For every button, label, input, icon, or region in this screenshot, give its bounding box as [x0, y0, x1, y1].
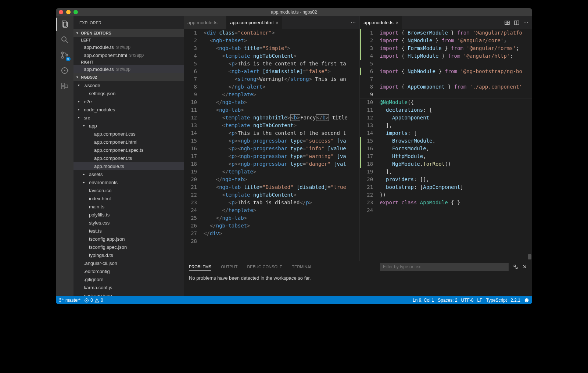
more-icon[interactable]: ⋯ — [523, 20, 528, 26]
chevron-down-icon: ▾ — [78, 116, 82, 119]
tree-file[interactable]: favicon.ico — [74, 186, 184, 194]
close-icon[interactable]: × — [276, 20, 279, 25]
svg-point-6 — [66, 54, 68, 56]
editor-tab[interactable]: app.module.ts× — [360, 16, 402, 29]
status-lang[interactable]: TypeScript — [486, 298, 507, 303]
panel-message: No problems have been detected in the wo… — [184, 272, 532, 284]
tree-folder[interactable]: ▾.vscode — [74, 81, 184, 89]
panel-tab[interactable]: OUTPUT — [221, 265, 237, 269]
more-icon[interactable]: ⋯ — [351, 20, 356, 26]
tree-folder[interactable]: ▸node_modules — [74, 105, 184, 114]
compare-icon[interactable] — [504, 20, 510, 26]
tree-folder[interactable]: ▸assets — [74, 170, 184, 178]
editor-tab[interactable]: app.module.ts× — [184, 16, 226, 29]
vscode-window: app.module.ts - ngbs02 5 EXPLORER — [56, 8, 532, 304]
status-encoding[interactable]: UTF-8 — [461, 298, 474, 303]
tree-label: karma.conf.js — [84, 285, 112, 290]
open-editor-item[interactable]: app.component.html src/app — [74, 51, 184, 59]
panel-close-icon[interactable]: ✕ — [523, 264, 527, 270]
status-feedback-icon[interactable] — [524, 298, 529, 303]
panel-maximize-icon[interactable] — [513, 264, 518, 269]
editor-tab[interactable]: app.component.html× — [226, 16, 282, 29]
svg-point-5 — [62, 57, 64, 58]
tree-label: polyfills.ts — [89, 212, 110, 218]
open-editor-item[interactable]: app.module.ts src/app — [74, 43, 184, 51]
tree-label: tsconfig.spec.json — [89, 244, 127, 250]
tree-file[interactable]: .gitignore — [74, 275, 184, 283]
status-lncol[interactable]: Ln 9, Col 1 — [413, 298, 434, 303]
bottom-panel: PROBLEMSOUTPUTDEBUG CONSOLETERMINAL ✕ No… — [184, 261, 532, 296]
file-label: app.component.html — [84, 53, 127, 58]
tree-label: app — [89, 123, 97, 129]
tree-label: settings.json — [89, 91, 115, 96]
tree-file[interactable]: tsconfig.app.json — [74, 235, 184, 243]
tree-label: .vscode — [84, 83, 100, 88]
file-path: src/app — [129, 53, 144, 58]
chevron-down-icon: ▾ — [75, 31, 79, 35]
tree-file[interactable]: app.component.html — [74, 138, 184, 146]
warnings-count: 0 — [101, 298, 103, 303]
panel-tab[interactable]: DEBUG CONSOLE — [247, 265, 282, 269]
tree-label: app.component.html — [94, 139, 137, 145]
chevron-down-icon: ▾ — [78, 83, 82, 87]
tree-folder[interactable]: ▸environments — [74, 178, 184, 186]
activity-bar: 5 — [56, 16, 74, 296]
status-spaces[interactable]: Spaces: 2 — [438, 298, 457, 303]
status-problems[interactable]: 0 0 — [84, 298, 103, 303]
chevron-down-icon: ▾ — [83, 124, 87, 128]
tree-file[interactable]: polyfills.ts — [74, 211, 184, 219]
horizontal-scrollbar[interactable] — [528, 254, 531, 259]
panel-tab[interactable]: PROBLEMS — [189, 265, 211, 271]
workspace-header[interactable]: ▾ NGBS02 — [74, 73, 184, 81]
tree-file[interactable]: tsconfig.spec.json — [74, 243, 184, 251]
tree-file[interactable]: app.module.ts — [74, 162, 184, 170]
explorer-icon[interactable] — [60, 19, 70, 29]
branch-label: master* — [65, 298, 80, 303]
tree-file[interactable]: .editorconfig — [74, 267, 184, 275]
source-control-icon[interactable]: 5 — [60, 50, 70, 60]
close-icon[interactable]: × — [396, 20, 399, 25]
tree-label: node_modules — [84, 107, 115, 112]
chevron-down-icon: ▾ — [75, 75, 79, 79]
status-branch[interactable]: master* — [59, 298, 80, 303]
search-icon[interactable] — [60, 35, 70, 45]
tree-file[interactable]: app.component.spec.ts — [74, 146, 184, 154]
split-editor-icon[interactable] — [514, 20, 520, 26]
open-editor-item[interactable]: app.module.ts src/app — [74, 65, 184, 73]
tree-folder[interactable]: ▸e2e — [74, 97, 184, 105]
tree-label: app.component.css — [94, 131, 136, 137]
svg-rect-20 — [514, 265, 515, 266]
code-editor-left[interactable]: 1234567891011121314151617181920212223242… — [184, 29, 359, 261]
svg-rect-21 — [516, 267, 517, 268]
file-label: app.module.ts — [84, 44, 114, 50]
status-eol[interactable]: LF — [477, 298, 483, 303]
editor-group-left-label: LEFT — [74, 37, 184, 43]
status-version[interactable]: 2.2.1 — [510, 298, 520, 303]
tree-file[interactable]: karma.conf.js — [74, 283, 184, 291]
extensions-icon[interactable] — [60, 81, 70, 91]
editor-group-right: app.module.ts× ⋯ 123456789101112 — [359, 16, 532, 261]
svg-rect-1 — [63, 22, 67, 27]
tree-folder[interactable]: ▾app — [74, 122, 184, 130]
tree-label: .editorconfig — [84, 269, 110, 274]
tree-file[interactable]: app.component.ts — [74, 154, 184, 162]
tree-file[interactable]: .angular-cli.json — [74, 259, 184, 267]
tree-file[interactable]: styles.css — [74, 219, 184, 227]
tree-file[interactable]: settings.json — [74, 89, 184, 97]
panel-tab[interactable]: TERMINAL — [292, 265, 312, 269]
tree-folder[interactable]: ▾src — [74, 114, 184, 122]
panel-filter-input[interactable] — [380, 263, 509, 271]
tree-label: app.component.ts — [94, 155, 132, 161]
open-editors-header[interactable]: ▾ OPEN EDITORS — [74, 29, 184, 37]
tree-file[interactable]: app.component.css — [74, 130, 184, 138]
svg-point-30 — [525, 298, 529, 302]
tree-file[interactable]: main.ts — [74, 202, 184, 211]
tree-file[interactable]: index.html — [74, 194, 184, 202]
editor-group-right-label: RIGHT — [74, 59, 184, 65]
tree-label: assets — [89, 172, 103, 177]
code-editor-right[interactable]: 123456789101112131415161718192021222324 … — [360, 29, 532, 261]
debug-icon[interactable] — [60, 65, 70, 76]
tree-file[interactable]: typings.d.ts — [74, 251, 184, 259]
tree-file[interactable]: package.json — [74, 291, 184, 296]
tree-file[interactable]: test.ts — [74, 227, 184, 235]
